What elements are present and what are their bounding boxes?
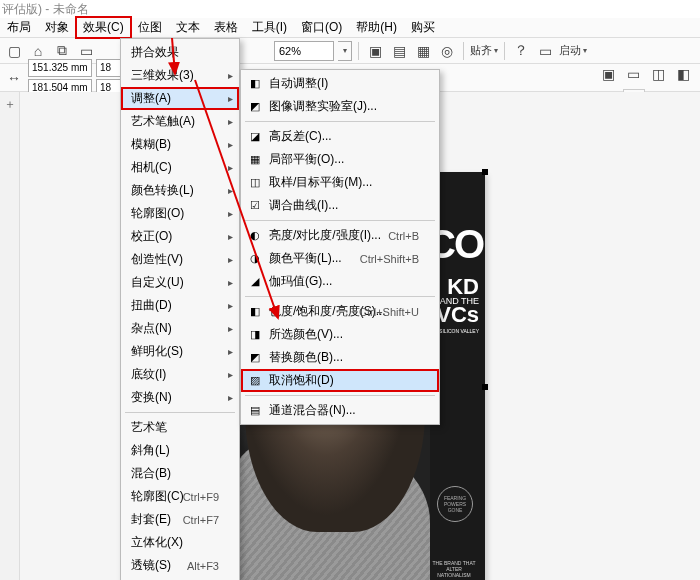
menu-item-icon: ▦ [247, 152, 263, 168]
menu-item[interactable]: 混合(B) [121, 462, 239, 485]
menu-item[interactable]: ◢伽玛值(G)... [241, 270, 439, 293]
menu-item[interactable]: 艺术笔 [121, 416, 239, 439]
menu-item[interactable]: ◩图像调整实验室(J)... [241, 95, 439, 118]
menu-item[interactable]: 立体化(X) [121, 531, 239, 554]
menu-item[interactable]: 三维效果(3)▸ [121, 64, 239, 87]
chevron-right-icon: ▸ [228, 369, 233, 380]
menu-item[interactable]: ▨取消饱和(D) [241, 369, 439, 392]
menu-item-icon: ◩ [247, 99, 263, 115]
selection-handle[interactable] [482, 169, 488, 175]
menu-item[interactable]: 底纹(I)▸ [121, 363, 239, 386]
document-tabs: ＋ [0, 92, 20, 580]
menu-item[interactable]: ◧色度/饱和度/亮度(S)...Ctrl+Shift+U [241, 300, 439, 323]
chevron-down-icon: ▾ [583, 46, 587, 55]
view-icon[interactable]: ◎ [437, 41, 457, 61]
menu-item[interactable]: ◨所选颜色(V)... [241, 323, 439, 346]
copy-icon[interactable]: ⧉ [52, 41, 72, 61]
selection-handle[interactable] [482, 384, 488, 390]
chevron-right-icon: ▸ [228, 185, 233, 196]
menu-item[interactable]: ▦局部平衡(O)... [241, 148, 439, 171]
menu-item[interactable]: 拼合效果 [121, 41, 239, 64]
menu-item[interactable]: 效果(C) [76, 17, 131, 38]
chevron-right-icon: ▸ [228, 93, 233, 104]
menu-item-icon: ◧ [247, 76, 263, 92]
menu-item[interactable]: 校正(O)▸ [121, 225, 239, 248]
menu-item-icon: ◫ [247, 175, 263, 191]
options-icon[interactable]: ▭ [535, 41, 555, 61]
menu-item-icon: ◢ [247, 274, 263, 290]
menu-item[interactable]: 相机(C)▸ [121, 156, 239, 179]
chevron-right-icon: ▸ [228, 346, 233, 357]
menu-item[interactable]: 工具(I) [245, 17, 294, 38]
cover-circle-badge: FEARING POWERS GONE [437, 486, 473, 522]
menu-item[interactable]: 创造性(V)▸ [121, 248, 239, 271]
layers-icon[interactable]: ◧ [673, 64, 693, 84]
menu-item[interactable]: 透镜(S)Alt+F3 [121, 554, 239, 577]
menu-item[interactable]: 自定义(U)▸ [121, 271, 239, 294]
menu-item[interactable]: 颜色转换(L)▸ [121, 179, 239, 202]
menu-item[interactable]: 位图 [131, 17, 169, 38]
start-dropdown[interactable]: 启动▾ [559, 43, 587, 58]
menu-item[interactable]: 艺术笔触(A)▸ [121, 110, 239, 133]
chevron-right-icon: ▸ [228, 300, 233, 311]
menu-item[interactable]: ◐亮度/对比度/强度(I)...Ctrl+B [241, 224, 439, 247]
menu-item[interactable]: 调整(A)▸ [121, 87, 239, 110]
grid-icon[interactable]: ▤ [389, 41, 409, 61]
menu-item[interactable]: ◩替换颜色(B)... [241, 346, 439, 369]
menu-item[interactable]: ◑颜色平衡(L)...Ctrl+Shift+B [241, 247, 439, 270]
menu-item[interactable]: 购买 [404, 17, 442, 38]
menu-item[interactable]: 布局 [0, 17, 38, 38]
shortcut-label: Ctrl+Shift+U [359, 306, 419, 318]
menu-item[interactable]: 变换(N)▸ [121, 386, 239, 409]
mask-icon[interactable]: ▭ [623, 64, 643, 84]
menu-item[interactable]: 封套(E)Ctrl+F7 [121, 508, 239, 531]
menu-item[interactable]: 杂点(N)▸ [121, 317, 239, 340]
menu-item-icon: ◐ [247, 228, 263, 244]
menu-item[interactable]: 扭曲(D)▸ [121, 294, 239, 317]
menu-item[interactable]: ◧自动调整(I) [241, 72, 439, 95]
trace-icon[interactable]: ◫ [648, 64, 668, 84]
new-tab-button[interactable]: ＋ [4, 96, 16, 113]
paste-icon[interactable]: ▭ [76, 41, 96, 61]
menu-item[interactable]: 轮廓图(C)Ctrl+F9 [121, 485, 239, 508]
new-icon[interactable]: ▢ [4, 41, 24, 61]
menu-item[interactable]: 帮助(H) [349, 17, 404, 38]
help-icon[interactable]: ？ [511, 41, 531, 61]
snap-dropdown[interactable]: 贴齐▾ [470, 43, 498, 58]
menu-item[interactable]: ◫取样/目标平衡(M)... [241, 171, 439, 194]
width-field[interactable]: 151.325 mm [28, 59, 92, 77]
fullscreen-icon[interactable]: ▣ [365, 41, 385, 61]
chevron-right-icon: ▸ [228, 162, 233, 173]
menubar: 布局对象效果(C)位图文本表格工具(I)窗口(O)帮助(H)购买 [0, 18, 700, 38]
chevron-right-icon: ▸ [228, 116, 233, 127]
zoom-input[interactable] [274, 41, 334, 61]
shortcut-label: Ctrl+F9 [183, 491, 219, 503]
adjust-submenu: ◧自动调整(I)◩图像调整实验室(J)...◪高反差(C)...▦局部平衡(O)… [240, 69, 440, 425]
menu-item[interactable]: ◪高反差(C)... [241, 125, 439, 148]
menu-item-icon: ◑ [247, 251, 263, 267]
shortcut-label: Ctrl+B [388, 230, 419, 242]
open-icon[interactable]: ⌂ [28, 41, 48, 61]
rulers-icon[interactable]: ▦ [413, 41, 433, 61]
zoom-dropdown-icon[interactable]: ▾ [338, 41, 352, 61]
chevron-right-icon: ▸ [228, 70, 233, 81]
menu-item[interactable]: 表格 [207, 17, 245, 38]
stretch-icon[interactable]: ↔ [4, 68, 24, 88]
menu-item[interactable]: 斜角(L) [121, 439, 239, 462]
chevron-right-icon: ▸ [228, 231, 233, 242]
menu-item[interactable]: 对象 [38, 17, 76, 38]
menu-item[interactable]: ☑调合曲线(I)... [241, 194, 439, 217]
shortcut-label: Ctrl+Shift+B [360, 253, 419, 265]
menu-item[interactable]: 轮廓图(O)▸ [121, 202, 239, 225]
menu-item[interactable]: 鲜明化(S)▸ [121, 340, 239, 363]
menu-item-icon: ◧ [247, 304, 263, 320]
chevron-down-icon: ▾ [494, 46, 498, 55]
menu-item[interactable]: 模糊(B)▸ [121, 133, 239, 156]
menu-item[interactable]: 文本 [169, 17, 207, 38]
chevron-right-icon: ▸ [228, 208, 233, 219]
shortcut-label: Ctrl+F7 [183, 514, 219, 526]
menu-item[interactable]: ▤通道混合器(N)... [241, 399, 439, 422]
chevron-right-icon: ▸ [228, 139, 233, 150]
crop-icon[interactable]: ▣ [598, 64, 618, 84]
menu-item[interactable]: 窗口(O) [294, 17, 349, 38]
